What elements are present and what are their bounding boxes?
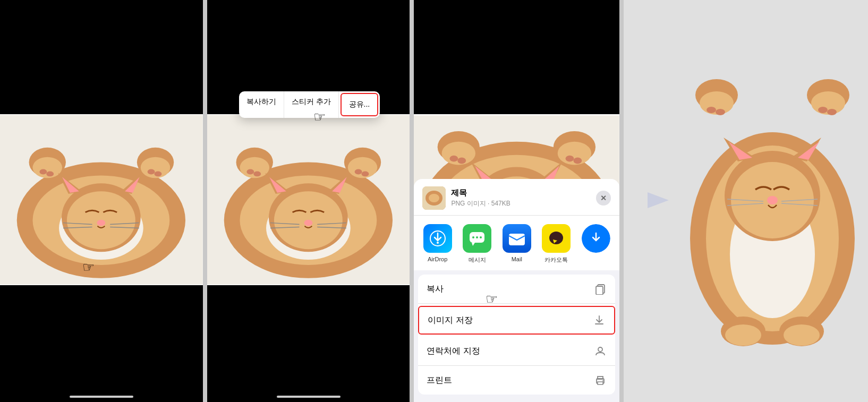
- airdrop-icon: [423, 224, 452, 253]
- svg-point-37: [304, 220, 312, 226]
- action-copy[interactable]: 복사: [418, 275, 615, 304]
- airdrop-label: AirDrop: [428, 256, 447, 262]
- black-top-1: [0, 0, 203, 114]
- action-copy-label: 복사: [427, 284, 444, 295]
- svg-point-56: [566, 156, 574, 162]
- cursor-hand-1: ☞: [82, 259, 95, 276]
- separator-1: [203, 0, 207, 402]
- panel-3-share: 제목 PNG 이미지 · 547KB ✕ AirDrop: [414, 0, 619, 402]
- svg-marker-90: [648, 192, 669, 208]
- svg-point-53: [458, 158, 466, 164]
- more-icon: [582, 224, 610, 253]
- svg-point-100: [818, 107, 828, 113]
- messages-label: 메시지: [469, 256, 486, 264]
- kakaotalk-label: 카카오톡: [544, 256, 568, 264]
- svg-point-73: [437, 242, 439, 244]
- airdrop-app[interactable]: AirDrop: [419, 224, 456, 264]
- cat-image-1: [0, 114, 203, 285]
- action-save-label: 이미지 저장: [428, 315, 472, 326]
- svg-point-104: [767, 196, 778, 204]
- share-sheet-info: 제목 PNG 이미지 · 547KB: [451, 188, 596, 208]
- svg-point-11: [155, 171, 162, 176]
- svg-point-97: [716, 109, 725, 115]
- black-top-3: [414, 0, 619, 114]
- mail-app[interactable]: Mail: [498, 224, 535, 264]
- svg-rect-83: [596, 286, 603, 295]
- svg-point-115: [725, 324, 761, 346]
- svg-point-80: [549, 232, 563, 244]
- action-save-image[interactable]: 이미지 저장: [418, 306, 615, 335]
- svg-point-29: [246, 169, 254, 174]
- action-print[interactable]: 프린트: [418, 366, 615, 395]
- separator-3: [619, 0, 624, 402]
- person-icon: [594, 345, 607, 357]
- copy-button[interactable]: 복사하기: [239, 91, 284, 118]
- svg-point-76: [472, 236, 474, 238]
- action-list: 복사 이미지 저장: [418, 275, 615, 395]
- more-app[interactable]: [578, 224, 615, 264]
- share-sheet: 제목 PNG 이미지 · 547KB ✕ AirDrop: [414, 179, 619, 402]
- svg-rect-84: [595, 323, 603, 324]
- panel-4-result: [624, 0, 868, 402]
- svg-point-89: [602, 380, 603, 381]
- context-menu-tooltip[interactable]: 복사하기 스티커 추가 공유...: [239, 91, 380, 118]
- svg-point-71: [429, 194, 439, 202]
- svg-point-30: [253, 171, 261, 176]
- cat-image-2: [207, 114, 410, 285]
- svg-point-10: [148, 169, 155, 174]
- svg-rect-87: [598, 377, 603, 379]
- download-icon: [593, 314, 606, 327]
- separator-2: [410, 0, 414, 402]
- share-button[interactable]: 공유...: [341, 93, 379, 116]
- messages-app[interactable]: 메시지: [459, 224, 496, 264]
- result-cat-svg: [666, 15, 868, 387]
- cat-area-2: [207, 114, 410, 285]
- share-sheet-title: 제목: [451, 188, 596, 198]
- cursor-hand-3: ☞: [486, 291, 498, 307]
- svg-point-78: [480, 236, 482, 238]
- svg-point-7: [46, 171, 54, 176]
- panel-1-phone: ☞: [0, 0, 203, 402]
- svg-point-85: [598, 347, 602, 352]
- sticker-button[interactable]: 스티커 추가: [284, 91, 339, 118]
- black-bottom-1: [0, 285, 203, 402]
- kakaotalk-icon: [542, 224, 571, 253]
- home-bar-2: [277, 396, 341, 398]
- svg-point-57: [574, 158, 582, 164]
- action-print-label: 프린트: [427, 375, 452, 386]
- svg-point-52: [450, 156, 458, 162]
- svg-point-34: [361, 171, 369, 176]
- close-button[interactable]: ✕: [596, 191, 611, 206]
- cat-area-1: [0, 114, 203, 285]
- mail-label: Mail: [512, 256, 522, 262]
- svg-point-14: [97, 220, 105, 226]
- share-sheet-thumbnail: [422, 186, 446, 210]
- home-bar-1: [70, 396, 133, 398]
- share-sheet-header: 제목 PNG 이미지 · 547KB ✕: [414, 179, 619, 216]
- svg-point-96: [707, 107, 716, 113]
- svg-point-101: [827, 109, 837, 115]
- black-bottom-2: [207, 285, 410, 402]
- svg-rect-88: [598, 382, 603, 384]
- svg-point-6: [39, 169, 47, 174]
- action-add-contact[interactable]: 연락처에 지정: [418, 337, 615, 366]
- kakaotalk-app[interactable]: 카카오톡: [538, 224, 575, 264]
- messages-icon: [463, 224, 491, 253]
- result-cat-container: [666, 15, 868, 387]
- copy-icon: [594, 283, 607, 295]
- mail-icon: [503, 224, 531, 253]
- svg-point-77: [476, 236, 478, 238]
- svg-point-116: [784, 324, 820, 346]
- svg-marker-75: [472, 243, 475, 246]
- cursor-hand-2: ☞: [313, 109, 326, 125]
- action-contact-label: 연락처에 지정: [427, 346, 480, 357]
- svg-point-33: [354, 169, 362, 174]
- panel-2-phone: 복사하기 스티커 추가 공유... ☞: [207, 0, 410, 402]
- share-sheet-subtitle: PNG 이미지 · 547KB: [451, 199, 596, 208]
- print-icon: [594, 374, 607, 387]
- arrow-indicator: [645, 182, 682, 221]
- app-row: AirDrop 메시지: [414, 216, 619, 270]
